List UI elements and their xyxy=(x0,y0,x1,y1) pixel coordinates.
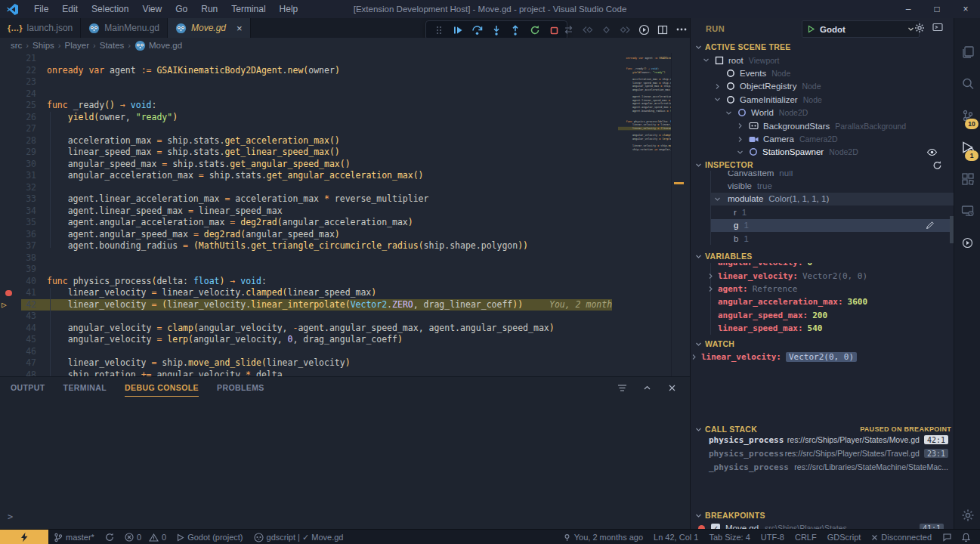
minimap[interactable]: onready var agent := GSAIKinematicBody2D… xyxy=(612,53,671,376)
code-line-44[interactable]: 44 angular_velocity = clamp(angular_velo… xyxy=(0,323,690,335)
variable-row[interactable]: angular_speed_max:200 xyxy=(710,309,954,322)
status-item-gdscript[interactable]: GDScript xyxy=(822,533,867,542)
code-line-24[interactable]: 24 xyxy=(0,88,690,100)
tree-item-world[interactable]: WorldNode2D xyxy=(691,107,954,119)
inspector-row-CanvasItem[interactable]: CanvasItemnull xyxy=(710,171,954,179)
inspector-row-b[interactable]: b1 xyxy=(710,232,954,245)
panel-tab-terminal[interactable]: TERMINAL xyxy=(63,380,107,397)
code-line-33[interactable]: 33 agent.linear_acceleration_max = accel… xyxy=(0,193,690,206)
activity-explorer[interactable] xyxy=(954,37,980,67)
variable-row[interactable]: angular_velocity:0 xyxy=(710,263,954,269)
status-item-ln-42-col-1[interactable]: Ln 42, Col 1 xyxy=(648,533,703,542)
filter-list-icon[interactable] xyxy=(614,380,629,395)
maximize-button[interactable]: □ xyxy=(923,0,951,18)
code-line-32[interactable]: 32 xyxy=(0,182,690,194)
stop-icon[interactable] xyxy=(546,23,561,38)
breadcrumb-segment[interactable]: Ships xyxy=(32,41,54,50)
code-line-35[interactable]: 35 agent.angular_acceleration_max = deg2… xyxy=(0,217,690,229)
activity-manage-gear[interactable] xyxy=(954,500,980,530)
code-editor[interactable]: 2122onready var agent := GSAIKinematicBo… xyxy=(0,53,690,376)
debug-console-icon[interactable] xyxy=(932,23,943,32)
breadcrumb-segment[interactable]: Player xyxy=(64,41,89,50)
status-item-you-2-months-ago[interactable]: You, 2 months ago xyxy=(558,533,648,542)
code-line-34[interactable]: 34 agent.linear_speed_max = linear_speed… xyxy=(0,206,690,218)
restart-icon[interactable] xyxy=(527,23,543,38)
code-line-28[interactable]: 28 acceleration_max = ship.stats.get_acc… xyxy=(0,135,690,147)
code-line-42[interactable]: ▷42 linear_velocity = (linear_velocity.l… xyxy=(0,299,690,311)
menu-file[interactable]: File xyxy=(27,1,55,18)
code-line-45[interactable]: 45 angular_velocity = lerp(angular_veloc… xyxy=(0,334,690,346)
code-line-29[interactable]: 29 linear_speed_max = ship.stats.get_lin… xyxy=(0,147,690,159)
inspector-row-visible[interactable]: visibletrue xyxy=(710,179,954,192)
menu-go[interactable]: Go xyxy=(168,1,194,18)
tab-launch.json[interactable]: {…}launch.json xyxy=(0,18,81,38)
section-header-breakpoints[interactable]: BREAKPOINTS xyxy=(691,509,959,521)
step-back-icon[interactable] xyxy=(580,22,595,37)
status-item-gdscript-move-gd[interactable]: gdscript | ✓ Move.gd xyxy=(249,533,349,542)
code-line-27[interactable]: 27 xyxy=(0,123,690,135)
section-header-scene-tree[interactable]: ACTIVE SCENE TREE xyxy=(691,41,959,53)
activity-search[interactable] xyxy=(954,69,980,99)
code-line-26[interactable]: 26 yield(owner, "ready") xyxy=(0,112,690,124)
debug-console-prompt[interactable]: > xyxy=(8,512,13,522)
minimize-button[interactable]: – xyxy=(894,0,923,18)
code-line-23[interactable]: 23 xyxy=(0,76,690,88)
code-line-21[interactable]: 21 xyxy=(0,53,690,65)
run-circle-icon[interactable] xyxy=(636,22,651,37)
start-debug-icon[interactable] xyxy=(807,25,815,33)
status-item-0[interactable]: 00 xyxy=(119,533,172,542)
step-forward-icon[interactable] xyxy=(617,22,632,37)
status-item-tab-size-4[interactable]: Tab Size: 4 xyxy=(703,533,755,542)
status-item-crlf[interactable]: CRLF xyxy=(790,533,822,542)
code-line-47[interactable]: 47 linear_velocity = ship.move_and_slide… xyxy=(0,357,690,369)
status-item[interactable] xyxy=(937,533,957,542)
close-tab-icon[interactable]: × xyxy=(236,23,243,34)
code-line-39[interactable]: 39 xyxy=(0,264,690,276)
code-line-25[interactable]: 25func _ready() → void: xyxy=(0,100,690,112)
inspector-row-g[interactable]: g1 xyxy=(710,219,954,232)
eye-icon[interactable] xyxy=(926,148,938,156)
code-line-48[interactable]: ship.rotation += angular_velocity * delt… xyxy=(612,148,671,152)
breadcrumb-segment[interactable]: src xyxy=(11,41,22,50)
status-item-disconnected[interactable]: Disconnected xyxy=(866,533,937,542)
launch-config-dropdown[interactable]: Godot xyxy=(802,20,920,38)
overview-ruler[interactable] xyxy=(671,53,691,376)
menu-help[interactable]: Help xyxy=(273,1,305,18)
code-line-31[interactable]: 31 angular_acceleration_max = ship.stats… xyxy=(0,170,690,182)
tree-item-root[interactable]: rootViewport xyxy=(691,54,954,66)
status-item-utf-8[interactable]: UTF-8 xyxy=(756,533,790,542)
menu-terminal[interactable]: Terminal xyxy=(224,1,272,18)
call-stack-frame[interactable]: _physics_processres://src/Libraries/Stat… xyxy=(691,460,954,474)
tree-item-camera[interactable]: CameraCamera2D xyxy=(691,132,954,145)
breadcrumb-file[interactable]: Move.gd xyxy=(134,40,182,51)
code-line-43[interactable]: 43 xyxy=(0,311,690,323)
breadcrumb[interactable]: src›Ships›Player›States›Move.gd xyxy=(0,38,700,53)
tree-item-stationspawner[interactable]: StationSpawnerNode2D xyxy=(691,146,954,159)
status-item-godot-project[interactable]: Godot (project) xyxy=(172,533,248,542)
refresh-icon[interactable] xyxy=(932,160,942,170)
tree-item-gameinitializer[interactable]: GameInitializerNode xyxy=(691,93,954,106)
code-line-46[interactable]: 46 xyxy=(0,346,690,358)
drag-grip-icon[interactable] xyxy=(431,23,447,38)
code-line-30[interactable]: 30 angular_speed_max = ship.stats.get_an… xyxy=(0,159,690,171)
step-into-icon[interactable] xyxy=(489,23,504,38)
panel-tab-problems[interactable]: PROBLEMS xyxy=(217,380,264,397)
edit-pencil-icon[interactable] xyxy=(926,221,935,230)
code-line-37[interactable]: 37 agent.bounding_radius = (MathUtils.ge… xyxy=(0,240,690,252)
status-item[interactable] xyxy=(100,533,119,542)
tab-Move.gd[interactable]: Move.gd× xyxy=(168,18,251,38)
variable-row[interactable]: linear_speed_max:540 xyxy=(710,322,954,335)
activity-remote-explorer[interactable] xyxy=(954,196,980,226)
tree-item-events[interactable]: EventsNode xyxy=(691,66,954,79)
reverse-loop-icon[interactable] xyxy=(561,22,576,37)
code-line-38[interactable]: 38 xyxy=(0,252,690,264)
variable-row[interactable]: angular_acceleration_max:3600 xyxy=(710,295,954,308)
tree-item-objectregistry[interactable]: ObjectRegistryNode xyxy=(691,80,954,93)
step-over-icon[interactable] xyxy=(470,23,485,38)
code-line-41[interactable]: 41 linear_velocity = linear_velocity.cla… xyxy=(0,287,690,299)
collapse-up-icon[interactable] xyxy=(639,380,654,395)
activity-run-and-debug[interactable]: 1 xyxy=(954,132,980,162)
run-settings-gear-icon[interactable] xyxy=(914,23,925,33)
tab-MainMenu.gd[interactable]: MainMenu.gd xyxy=(81,18,168,38)
continue-icon[interactable] xyxy=(450,23,465,38)
